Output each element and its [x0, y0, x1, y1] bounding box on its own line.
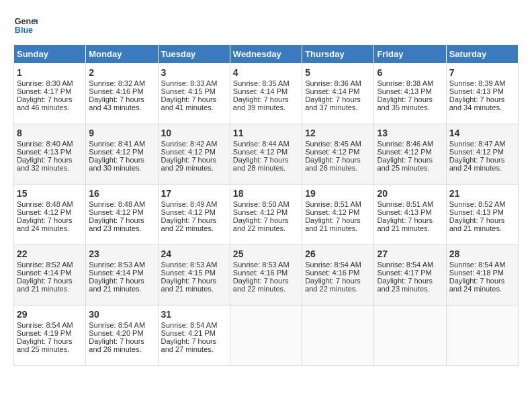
sunrise-text: Sunrise: 8:54 AM: [161, 321, 218, 329]
daylight-text: Daylight: 7 hours and 46 minutes.: [17, 95, 73, 111]
daylight-text: Daylight: 7 hours and 23 minutes.: [377, 277, 433, 293]
calendar-cell: 17 Sunrise: 8:49 AM Sunset: 4:12 PM Dayl…: [158, 185, 230, 245]
sunset-text: Sunset: 4:12 PM: [305, 148, 359, 156]
sunset-text: Sunset: 4:12 PM: [233, 148, 287, 156]
sunrise-text: Sunrise: 8:39 AM: [449, 79, 506, 87]
sunset-text: Sunset: 4:15 PM: [161, 269, 216, 277]
sunrise-text: Sunrise: 8:40 AM: [17, 140, 73, 148]
sunrise-text: Sunrise: 8:48 AM: [89, 200, 145, 208]
col-header-saturday: Saturday: [446, 45, 518, 64]
calendar-cell: [374, 306, 446, 366]
calendar-cell: 23 Sunrise: 8:53 AM Sunset: 4:14 PM Dayl…: [86, 245, 158, 306]
sunrise-text: Sunrise: 8:49 AM: [161, 200, 218, 208]
sunrise-text: Sunrise: 8:54 AM: [305, 261, 361, 269]
calendar-cell: 26 Sunrise: 8:54 AM Sunset: 4:16 PM Dayl…: [302, 245, 374, 306]
day-number: 20: [377, 188, 443, 199]
day-number: 16: [89, 188, 154, 199]
sunset-text: Sunset: 4:13 PM: [449, 87, 504, 95]
sunrise-text: Sunrise: 8:52 AM: [17, 261, 73, 269]
daylight-text: Daylight: 7 hours and 22 minutes.: [233, 216, 289, 232]
calendar-week-1: 1 Sunrise: 8:30 AM Sunset: 4:17 PM Dayli…: [14, 64, 519, 124]
sunset-text: Sunset: 4:13 PM: [377, 208, 431, 216]
day-number: 27: [377, 248, 443, 259]
sunrise-text: Sunrise: 8:53 AM: [161, 261, 218, 269]
sunset-text: Sunset: 4:15 PM: [161, 87, 216, 95]
day-number: 25: [233, 248, 299, 259]
daylight-text: Daylight: 7 hours and 21 minutes.: [305, 216, 361, 232]
calendar-cell: [446, 306, 518, 366]
calendar-cell: 28 Sunrise: 8:54 AM Sunset: 4:18 PM Dayl…: [446, 245, 518, 306]
sunset-text: Sunset: 4:12 PM: [161, 208, 216, 216]
sunrise-text: Sunrise: 8:51 AM: [305, 200, 361, 208]
day-number: 7: [449, 67, 515, 78]
daylight-text: Daylight: 7 hours and 26 minutes.: [89, 337, 144, 353]
daylight-text: Daylight: 7 hours and 27 minutes.: [161, 337, 217, 353]
sunset-text: Sunset: 4:12 PM: [89, 148, 143, 156]
sunrise-text: Sunrise: 8:54 AM: [449, 261, 506, 269]
col-header-sunday: Sunday: [14, 45, 86, 64]
calendar-cell: 7 Sunrise: 8:39 AM Sunset: 4:13 PM Dayli…: [446, 64, 518, 124]
sunrise-text: Sunrise: 8:54 AM: [89, 321, 145, 329]
calendar-cell: 12 Sunrise: 8:45 AM Sunset: 4:12 PM Dayl…: [302, 124, 374, 185]
sunrise-text: Sunrise: 8:48 AM: [17, 200, 73, 208]
day-number: 10: [161, 128, 227, 138]
daylight-text: Daylight: 7 hours and 37 minutes.: [305, 95, 361, 111]
day-number: 8: [17, 128, 83, 138]
calendar-cell: 30 Sunrise: 8:54 AM Sunset: 4:20 PM Dayl…: [86, 306, 158, 366]
calendar-week-4: 22 Sunrise: 8:52 AM Sunset: 4:14 PM Dayl…: [14, 245, 519, 306]
sunset-text: Sunset: 4:13 PM: [377, 87, 431, 95]
sunset-text: Sunset: 4:12 PM: [89, 208, 143, 216]
calendar-cell: 14 Sunrise: 8:47 AM Sunset: 4:12 PM Dayl…: [446, 124, 518, 185]
sunrise-text: Sunrise: 8:32 AM: [89, 79, 145, 87]
col-header-thursday: Thursday: [302, 45, 374, 64]
logo-icon: General Blue: [13, 13, 38, 38]
sunset-text: Sunset: 4:16 PM: [305, 269, 359, 277]
daylight-text: Daylight: 7 hours and 24 minutes.: [17, 216, 73, 232]
page-header: General Blue: [13, 13, 519, 38]
calendar-cell: 3 Sunrise: 8:33 AM Sunset: 4:15 PM Dayli…: [158, 64, 230, 124]
calendar-cell: 11 Sunrise: 8:44 AM Sunset: 4:12 PM Dayl…: [230, 124, 302, 185]
day-number: 21: [449, 188, 515, 199]
daylight-text: Daylight: 7 hours and 21 minutes.: [449, 216, 505, 232]
calendar-cell: 18 Sunrise: 8:50 AM Sunset: 4:12 PM Dayl…: [230, 185, 302, 245]
day-number: 5: [305, 67, 371, 78]
daylight-text: Daylight: 7 hours and 21 minutes.: [377, 216, 433, 232]
sunrise-text: Sunrise: 8:46 AM: [377, 140, 433, 148]
sunrise-text: Sunrise: 8:35 AM: [233, 79, 290, 87]
day-number: 28: [449, 248, 515, 259]
sunset-text: Sunset: 4:20 PM: [89, 329, 143, 337]
daylight-text: Daylight: 7 hours and 21 minutes.: [89, 277, 144, 293]
sunrise-text: Sunrise: 8:54 AM: [377, 261, 433, 269]
svg-text:Blue: Blue: [15, 26, 33, 35]
day-number: 14: [449, 128, 515, 138]
sunset-text: Sunset: 4:12 PM: [305, 208, 359, 216]
calendar-cell: 2 Sunrise: 8:32 AM Sunset: 4:16 PM Dayli…: [86, 64, 158, 124]
daylight-text: Daylight: 7 hours and 26 minutes.: [305, 156, 361, 172]
sunrise-text: Sunrise: 8:47 AM: [449, 140, 506, 148]
sunrise-text: Sunrise: 8:44 AM: [233, 140, 290, 148]
sunset-text: Sunset: 4:19 PM: [17, 329, 71, 337]
calendar-cell: 21 Sunrise: 8:52 AM Sunset: 4:13 PM Dayl…: [446, 185, 518, 245]
sunrise-text: Sunrise: 8:52 AM: [449, 200, 506, 208]
day-number: 11: [233, 128, 299, 138]
sunset-text: Sunset: 4:16 PM: [89, 87, 143, 95]
daylight-text: Daylight: 7 hours and 29 minutes.: [161, 156, 217, 172]
calendar-cell: 9 Sunrise: 8:41 AM Sunset: 4:12 PM Dayli…: [86, 124, 158, 185]
calendar-cell: 19 Sunrise: 8:51 AM Sunset: 4:12 PM Dayl…: [302, 185, 374, 245]
sunrise-text: Sunrise: 8:53 AM: [89, 261, 145, 269]
day-number: 3: [161, 67, 227, 78]
day-number: 17: [161, 188, 227, 199]
calendar-cell: 15 Sunrise: 8:48 AM Sunset: 4:12 PM Dayl…: [14, 185, 86, 245]
calendar-table: SundayMondayTuesdayWednesdayThursdayFrid…: [13, 44, 519, 366]
sunrise-text: Sunrise: 8:53 AM: [233, 261, 290, 269]
day-number: 31: [161, 309, 227, 320]
calendar-week-2: 8 Sunrise: 8:40 AM Sunset: 4:13 PM Dayli…: [14, 124, 519, 185]
daylight-text: Daylight: 7 hours and 39 minutes.: [233, 95, 289, 111]
day-number: 24: [161, 248, 227, 259]
calendar-cell: 4 Sunrise: 8:35 AM Sunset: 4:14 PM Dayli…: [230, 64, 302, 124]
logo: General Blue: [13, 13, 38, 38]
sunset-text: Sunset: 4:16 PM: [233, 269, 287, 277]
sunset-text: Sunset: 4:12 PM: [161, 148, 216, 156]
sunset-text: Sunset: 4:17 PM: [377, 269, 431, 277]
daylight-text: Daylight: 7 hours and 21 minutes.: [161, 277, 217, 293]
